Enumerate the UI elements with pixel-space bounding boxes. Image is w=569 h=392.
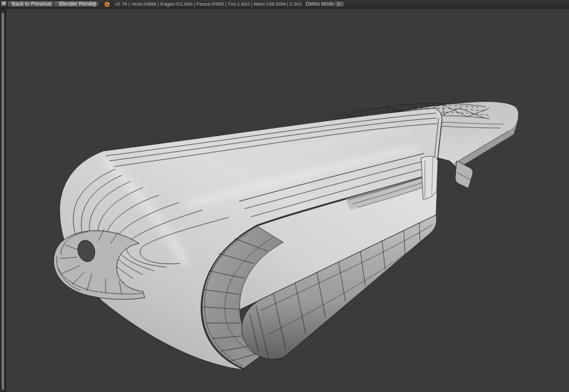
stepper-arrows-icon[interactable]: ▲▼: [93, 1, 96, 7]
editor-type-icon[interactable]: [1, 1, 7, 7]
demo-mode-label: Demo Mode:: [306, 0, 336, 8]
render-engine-dropdown[interactable]: Blender Render ▲▼: [53, 1, 99, 7]
back-to-previous-button[interactable]: Back to Previous: [7, 1, 57, 7]
info-header-bar: Back to Previous Blender Render ▲▼ v2.78…: [0, 0, 569, 9]
viewport-render: [0, 0, 569, 392]
demo-play-button[interactable]: ▷: [334, 1, 345, 7]
render-engine-label: Blender Render: [59, 1, 96, 7]
play-icon: ▷: [337, 1, 341, 7]
blender-window: { "header": { "editor_icon": "editor-typ…: [0, 0, 569, 392]
scene-statistics: v2.78 | Verts:0/868 | Edges:0/1,840 | Fa…: [115, 0, 302, 8]
blender-logo-icon: [104, 1, 111, 7]
model-inner-end-wall: [421, 156, 438, 199]
scrollbar-handle[interactable]: [1, 12, 5, 391]
left-scroll-strip: [0, 8, 6, 392]
viewport-3d[interactable]: [0, 0, 569, 392]
